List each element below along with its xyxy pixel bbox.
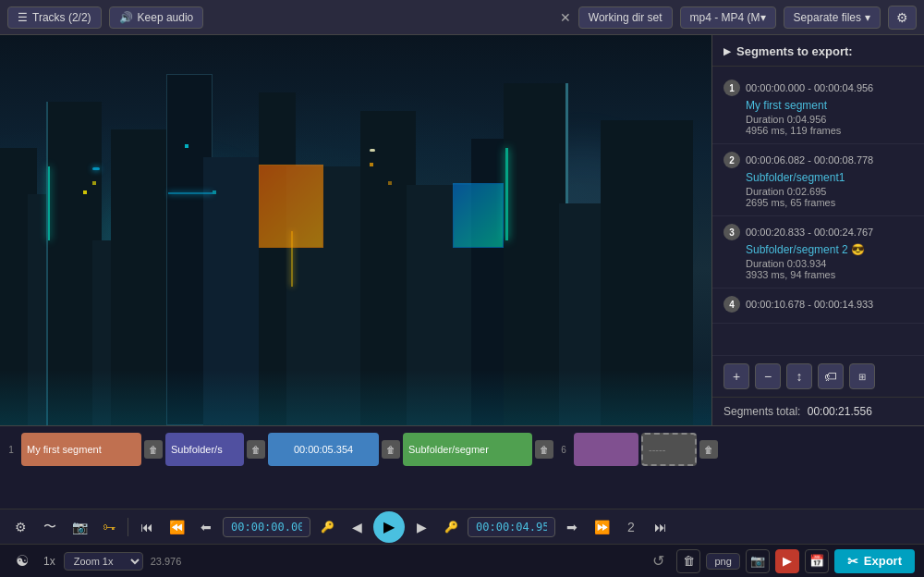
sync-icon[interactable]: ☯	[9, 548, 35, 574]
key-icon-mid-right[interactable]: 🔑	[438, 514, 464, 540]
loop-num: 2	[627, 520, 635, 534]
segments-total-label: Segments total:	[723, 405, 800, 418]
next-btn[interactable]: ▶	[408, 514, 434, 540]
track-number-6: 6	[556, 445, 571, 455]
video-placeholder	[0, 35, 711, 425]
segment-num-2: 2	[723, 152, 740, 168]
zoom-controls: ☯ 1x Zoom 1x Zoom 2x Zoom 0.5x ▾	[9, 548, 143, 574]
timeline-delete-4[interactable]: 🗑	[382, 440, 400, 459]
segment-name-2: Subfolder/segment1	[723, 171, 913, 184]
segment-frames-2: 2695 ms, 65 frames	[723, 197, 913, 208]
segment-item-4[interactable]: 4 00:00:10.678 - 00:00:14.933	[712, 288, 924, 324]
gear-icon: ⚙	[896, 10, 908, 25]
timeline-segment-7[interactable]: -----	[641, 433, 697, 466]
segment-num-3: 3	[723, 224, 740, 240]
timeline-inner: 1 My first segment 🗑 Subfolder/s 🗑 00:00…	[0, 426, 924, 473]
png-badge: png	[706, 553, 739, 570]
timeline-segment-4[interactable]: 00:00:05.354	[268, 433, 379, 466]
timeline-segment-1[interactable]: My first segment	[21, 433, 141, 466]
play-icon: ▶	[383, 518, 395, 535]
segment-time-2: 00:00:06.082 - 00:00:08.778	[746, 154, 873, 166]
segment-time-1: 00:00:00.000 - 00:00:04.956	[746, 82, 873, 93]
prev-keyframe-btn[interactable]: ⬅	[193, 514, 219, 540]
export-button[interactable]: ✂ Export	[834, 549, 915, 573]
timeline-area: 1 My first segment 🗑 Subfolder/s 🗑 00:00…	[0, 425, 924, 509]
timeline-delete-5[interactable]: 🗑	[535, 440, 553, 459]
tag-segment-button[interactable]: 🏷	[818, 363, 844, 389]
skip-start-btn[interactable]: ⏮	[134, 514, 160, 540]
segment-num-1: 1	[723, 80, 740, 96]
timeline-seg-label-7: -----	[649, 444, 665, 455]
key-icon-mid-left[interactable]: 🔑	[314, 514, 340, 540]
video-btn[interactable]: ▶	[775, 549, 799, 573]
segments-total-time: 00:00:21.556	[808, 405, 872, 418]
track-number: 1	[4, 445, 18, 455]
segment-name-1: My first segment	[723, 99, 913, 112]
timeline-delete-7[interactable]: 🗑	[699, 440, 718, 459]
rotate-btn[interactable]: ↺	[645, 548, 671, 574]
close-icon[interactable]: ✕	[560, 10, 571, 25]
segment-item-2[interactable]: 2 00:00:06.082 - 00:00:08.778 Subfolder/…	[712, 144, 924, 216]
timeline-seg-label-5: Subfolder/segmer	[408, 444, 489, 455]
bottom-bar: ☯ 1x Zoom 1x Zoom 2x Zoom 0.5x ▾ 23.976 …	[0, 544, 924, 577]
chevron-down-icon: ▾	[865, 11, 870, 24]
camera-btn[interactable]: 📷	[746, 549, 770, 573]
speed-display: 1x	[40, 555, 59, 568]
format-select[interactable]: mp4 - MP4 (M▾	[680, 6, 776, 29]
working-dir-badge: Working dir set	[578, 6, 673, 29]
grid-segment-button[interactable]: ⊞	[849, 363, 875, 389]
snapshot-btn[interactable]: 📷	[67, 514, 92, 540]
playback-row: ⚙ 〜 📷 🗝 ⏮ ⏪ ⬅ 🔑 ◀ ▶ ▶ 🔑 ➡ ⏩ 2 ⏭	[0, 509, 924, 544]
video-area[interactable]	[0, 35, 711, 425]
hamburger-icon: ☰	[18, 11, 28, 24]
move-segment-button[interactable]: ↕	[786, 363, 812, 389]
delete-btn[interactable]: 🗑	[676, 549, 700, 573]
segments-header: ▶ Segments to export:	[712, 35, 924, 67]
segment-actions: + − ↕ 🏷 ⊞	[712, 355, 924, 397]
timeline-segment-6[interactable]	[574, 433, 638, 466]
gear-button[interactable]: ⚙	[888, 6, 917, 30]
segment-item-3[interactable]: 3 00:00:20.833 - 00:00:24.767 Subfolder/…	[712, 216, 924, 288]
remove-segment-button[interactable]: −	[755, 363, 781, 389]
loop-count-display: 2	[618, 514, 644, 540]
timeline-delete-1[interactable]: 🗑	[144, 440, 163, 459]
timeline-seg-label-1: My first segment	[27, 444, 102, 455]
play-button[interactable]: ▶	[373, 511, 405, 543]
audio-icon: 🔊	[119, 11, 133, 24]
timeline-segment-5[interactable]: Subfolder/segmer	[403, 433, 532, 466]
end-time-input[interactable]	[468, 517, 555, 537]
keep-audio-label: Keep audio	[138, 11, 194, 24]
calendar-btn[interactable]: 📅	[805, 549, 829, 573]
add-segment-button[interactable]: +	[723, 363, 749, 389]
segment-duration-3: Duration 0:03.934	[723, 258, 913, 269]
triangle-icon: ▶	[723, 46, 731, 56]
timeline-segment-2[interactable]: Subfolder/s	[165, 433, 244, 466]
scissors-icon: ✂	[847, 554, 858, 569]
separate-files-select[interactable]: Separate files ▾	[784, 6, 881, 29]
key-icon-left[interactable]: 🗝	[96, 514, 122, 540]
next-keyframe-btn[interactable]: ➡	[559, 514, 585, 540]
segments-total: Segments total: 00:00:21.556	[712, 397, 924, 425]
prev-frame-btn[interactable]: ⏪	[164, 514, 189, 540]
next-frame-btn[interactable]: ⏩	[589, 514, 614, 540]
timeline-delete-2[interactable]: 🗑	[247, 440, 265, 459]
top-toolbar: ☰ Tracks (2/2) 🔊 Keep audio ✕ Working di…	[0, 0, 924, 35]
segment-duration-1: Duration 0:04.956	[723, 114, 913, 125]
segment-time-4: 00:00:10.678 - 00:00:14.933	[746, 299, 873, 310]
segment-duration-2: Duration 0:02.695	[723, 186, 913, 197]
bottom-right-controls: ↺ 🗑 png 📷 ▶ 📅 ✂ Export	[645, 548, 915, 574]
fps-display: 23.976	[151, 556, 182, 567]
zoom-select[interactable]: Zoom 1x Zoom 2x Zoom 0.5x	[64, 552, 143, 571]
settings-playback-btn[interactable]: ⚙	[7, 514, 33, 540]
keep-audio-button[interactable]: 🔊 Keep audio	[109, 6, 204, 29]
start-time-input[interactable]	[223, 517, 310, 537]
segment-num-4: 4	[723, 296, 740, 313]
prev-btn[interactable]: ◀	[344, 514, 370, 540]
tracks-label: Tracks (2/2)	[32, 11, 91, 24]
tracks-button[interactable]: ☰ Tracks (2/2)	[7, 6, 102, 29]
export-label: Export	[864, 554, 902, 568]
timeline-seg-label-2: Subfolder/s	[171, 444, 223, 455]
skip-end-btn[interactable]: ⏭	[648, 514, 674, 540]
segment-item-1[interactable]: 1 00:00:00.000 - 00:00:04.956 My first s…	[712, 72, 924, 144]
waveform-btn[interactable]: 〜	[37, 514, 63, 540]
